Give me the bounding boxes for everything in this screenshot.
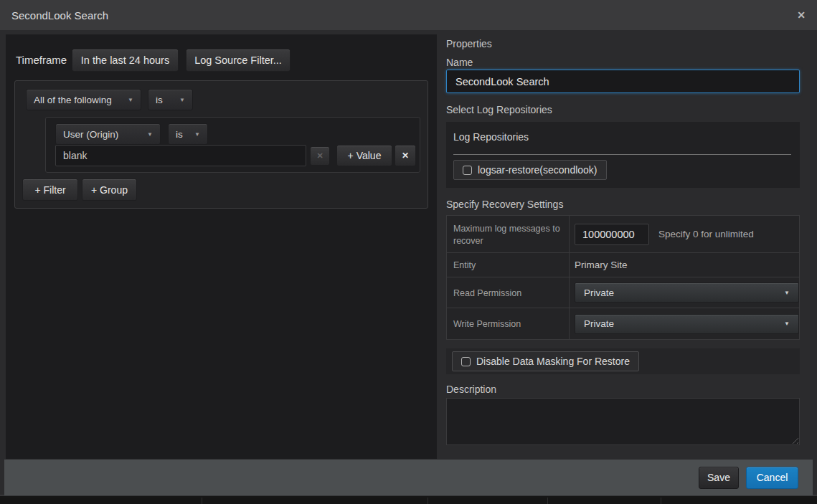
divider xyxy=(547,498,548,504)
max-log-messages-label: Maximum log messages to recover xyxy=(447,216,570,252)
read-permission-label: Read Permission xyxy=(447,277,570,308)
filter-group-box: All of the following ▼ is ▼ User (Origin… xyxy=(14,80,428,209)
background-page-strip xyxy=(0,498,817,504)
chevron-down-icon: ▼ xyxy=(784,290,790,296)
close-icon[interactable]: ✕ xyxy=(797,10,806,20)
table-row: Entity Primary Site xyxy=(447,253,799,277)
log-repositories-panel: Log Repositories logsar-restore(secondlo… xyxy=(446,122,800,188)
chevron-down-icon: ▼ xyxy=(171,97,185,103)
properties-header: Properties xyxy=(446,38,492,49)
select-log-repositories-header: Select Log Repositories xyxy=(446,104,552,115)
entity-value-cell: Primary Site xyxy=(570,253,799,277)
checkbox-icon xyxy=(463,166,472,175)
table-row: Write Permission Private ▼ xyxy=(447,308,799,339)
max-log-messages-value-cell: Specify 0 for unlimited xyxy=(570,216,799,252)
save-button[interactable]: Save xyxy=(699,467,739,489)
add-value-button[interactable]: + Value xyxy=(336,145,392,166)
max-log-messages-input[interactable] xyxy=(575,224,649,245)
repository-checkbox-logsar-restore[interactable]: logsar-restore(secondlook) xyxy=(453,160,607,180)
unlimited-hint: Specify 0 for unlimited xyxy=(658,229,754,239)
description-textarea[interactable] xyxy=(446,398,800,445)
entity-label: Entity xyxy=(447,253,570,277)
read-permission-dropdown[interactable]: Private ▼ xyxy=(575,282,799,303)
log-source-filter-button[interactable]: Log Source Filter... xyxy=(186,49,291,72)
match-type-value: All of the following xyxy=(34,95,112,105)
dialog-footer: Save Cancel xyxy=(4,460,813,495)
timeframe-button[interactable]: In the last 24 hours xyxy=(72,49,179,72)
name-input[interactable] xyxy=(446,70,800,93)
disable-data-masking-checkbox[interactable]: Disable Data Masking For Restore xyxy=(452,351,639,371)
match-type-dropdown[interactable]: All of the following ▼ xyxy=(26,89,141,110)
recovery-settings-table: Maximum log messages to recover Specify … xyxy=(446,215,800,340)
read-permission-value: Private xyxy=(584,287,614,298)
read-permission-value-cell: Private ▼ xyxy=(570,277,799,308)
secondlook-search-dialog-screen: SecondLook Search ✕ Timeframe In the las… xyxy=(0,0,817,504)
dialog-title: SecondLook Search xyxy=(11,9,108,22)
entity-value: Primary Site xyxy=(575,260,628,270)
dialog-titlebar: SecondLook Search ✕ xyxy=(0,0,817,30)
filter-panel: Timeframe In the last 24 hours Log Sourc… xyxy=(6,34,437,459)
name-label: Name xyxy=(446,57,473,68)
write-permission-value-cell: Private ▼ xyxy=(570,308,799,339)
divider xyxy=(661,498,661,504)
data-masking-row: Disable Data Masking For Restore xyxy=(446,348,800,374)
match-operator-dropdown[interactable]: is ▼ xyxy=(148,89,193,110)
write-permission-label: Write Permission xyxy=(447,308,570,339)
filter-rule-box: User (Origin) ▼ is ▼ ✕ + Value ✕ xyxy=(45,117,420,173)
filter-value-input[interactable] xyxy=(55,145,306,166)
chevron-down-icon: ▼ xyxy=(119,97,133,103)
disable-data-masking-label: Disable Data Masking For Restore xyxy=(476,356,630,367)
cancel-button[interactable]: Cancel xyxy=(746,467,798,489)
field-operator-value: is xyxy=(176,129,183,140)
field-value: User (Origin) xyxy=(63,129,118,140)
write-permission-value: Private xyxy=(584,318,614,329)
field-operator-dropdown[interactable]: is ▼ xyxy=(168,123,208,145)
table-row: Maximum log messages to recover Specify … xyxy=(447,216,799,253)
table-row: Read Permission Private ▼ xyxy=(447,277,799,308)
add-group-button[interactable]: + Group xyxy=(82,179,137,201)
field-dropdown[interactable]: User (Origin) ▼ xyxy=(55,123,161,145)
remove-value-icon[interactable]: ✕ xyxy=(310,146,330,166)
log-repositories-title: Log Repositories xyxy=(453,131,529,143)
add-filter-button[interactable]: + Filter xyxy=(22,179,78,201)
recovery-settings-header: Specify Recovery Settings xyxy=(446,199,563,210)
write-permission-dropdown[interactable]: Private ▼ xyxy=(575,314,799,334)
divider xyxy=(453,154,791,155)
repository-label: logsar-restore(secondlook) xyxy=(478,164,598,176)
chevron-down-icon: ▼ xyxy=(186,131,200,138)
checkbox-icon xyxy=(461,357,471,366)
chevron-down-icon: ▼ xyxy=(138,131,153,138)
remove-filter-icon[interactable]: ✕ xyxy=(395,145,416,166)
divider xyxy=(202,498,202,504)
timeframe-label: Timeframe xyxy=(16,54,67,66)
secondlook-search-dialog: SecondLook Search ✕ Timeframe In the las… xyxy=(0,0,817,496)
chevron-down-icon: ▼ xyxy=(784,320,790,327)
description-label: Description xyxy=(446,384,496,395)
match-operator-value: is xyxy=(156,95,163,105)
divider xyxy=(428,498,428,504)
